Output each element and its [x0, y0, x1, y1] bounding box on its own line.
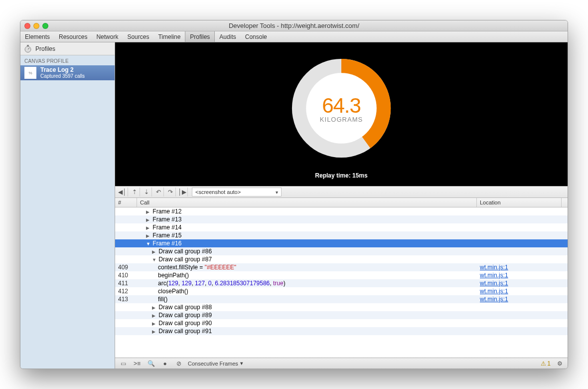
table-row[interactable]: ▶ Draw call group #88 — [115, 303, 568, 311]
weight-gauge: 64.3 KILOGRAMS — [283, 49, 400, 167]
tab-console[interactable]: Console — [241, 31, 272, 42]
tab-audits[interactable]: Audits — [215, 31, 240, 42]
devtools-window: Developer Tools - http://weight.aerotwis… — [20, 20, 568, 369]
table-row[interactable]: ▶ Frame #12 — [115, 207, 568, 215]
source-link[interactable]: wt.min.js:1 — [480, 272, 508, 279]
settings-button[interactable]: ⚙ — [555, 360, 565, 367]
profile-icon: % — [24, 67, 36, 79]
table-row[interactable]: 409context.fillStyle = "#EEEEEE"wt.min.j… — [115, 263, 568, 271]
clear-button[interactable]: ⊘ — [174, 360, 184, 367]
sidebar-item-title: Trace Log 2 — [40, 67, 85, 73]
table-row[interactable]: ▶ Draw call group #91 — [115, 327, 568, 335]
replay-time: Replay time: 15ms — [315, 172, 367, 179]
step-out-button[interactable]: ⇡ — [129, 188, 140, 196]
col-location: Location — [477, 198, 562, 207]
sidebar-title: Profiles — [35, 45, 55, 52]
trace-log-table[interactable]: # Call Location ▶ Frame #12▶ Frame #13▶ … — [115, 198, 568, 358]
table-row[interactable]: 411arc(129, 129, 127, 0, 6.2831853071795… — [115, 279, 568, 287]
window-minimize-button[interactable] — [33, 23, 39, 29]
table-row[interactable]: ▼ Frame #16 — [115, 239, 568, 247]
svg-rect-1 — [27, 45, 29, 46]
tab-elements[interactable]: Elements — [20, 31, 54, 42]
table-row[interactable]: ▶ Draw call group #90 — [115, 319, 568, 327]
table-row[interactable]: 413fill()wt.min.js:1 — [115, 295, 568, 303]
panel-tabs: ElementsResourcesNetworkSourcesTimelineP… — [20, 31, 568, 42]
tab-profiles[interactable]: Profiles — [185, 31, 215, 42]
warning-icon: ⚠ — [541, 360, 546, 367]
sidebar-item-subtitle: Captured 3597 calls — [40, 73, 85, 79]
window-title: Developer Tools - http://weight.aerotwis… — [20, 22, 568, 29]
screenshot-mode-select[interactable]: <screenshot auto> — [192, 188, 282, 196]
table-row[interactable]: ▶ Draw call group #86 — [115, 247, 568, 255]
gauge-unit: KILOGRAMS — [320, 116, 363, 123]
col-number: # — [115, 198, 137, 207]
record-button[interactable]: ● — [160, 360, 170, 367]
sidebar-section-label: CANVAS PROFILE — [20, 55, 115, 65]
source-link[interactable]: wt.min.js:1 — [480, 296, 508, 303]
search-button[interactable]: 🔍 — [146, 360, 156, 367]
undo-button[interactable]: ↶ — [153, 188, 164, 196]
warning-count[interactable]: ⚠1 — [541, 360, 551, 367]
tab-network[interactable]: Network — [92, 31, 123, 42]
stopwatch-icon — [23, 44, 32, 53]
source-link[interactable]: wt.min.js:1 — [480, 288, 508, 295]
col-call: Call — [137, 198, 477, 207]
table-header: # Call Location — [115, 198, 568, 207]
source-link[interactable]: wt.min.js:1 — [480, 264, 508, 271]
console-toggle-button[interactable]: >≡ — [132, 360, 142, 367]
window-zoom-button[interactable] — [42, 23, 48, 29]
table-row[interactable]: 412closePath()wt.min.js:1 — [115, 287, 568, 295]
sidebar-item-trace-log[interactable]: % Trace Log 2 Captured 3597 calls — [20, 65, 115, 80]
tab-sources[interactable]: Sources — [123, 31, 153, 42]
gear-icon: ⚙ — [557, 360, 563, 367]
titlebar[interactable]: Developer Tools - http://weight.aerotwis… — [20, 20, 568, 31]
redo-button[interactable]: ↷ — [165, 188, 176, 196]
table-row[interactable]: ▶ Frame #14 — [115, 223, 568, 231]
profiles-sidebar: Profiles CANVAS PROFILE % Trace Log 2 Ca… — [20, 42, 115, 369]
source-link[interactable]: wt.min.js:1 — [480, 280, 508, 287]
table-row[interactable]: ▶ Frame #15 — [115, 231, 568, 239]
canvas-preview: 64.3 KILOGRAMS Replay time: 15ms — [115, 42, 568, 186]
window-close-button[interactable] — [24, 23, 30, 29]
tab-timeline[interactable]: Timeline — [153, 31, 185, 42]
capture-mode-select[interactable]: Consecutive Frames▾ — [188, 360, 243, 367]
step-forward-button[interactable]: │▶ — [177, 188, 188, 196]
table-row[interactable]: ▶ Draw call group #89 — [115, 311, 568, 319]
table-row[interactable]: ▶ Frame #13 — [115, 215, 568, 223]
dock-button[interactable]: ▭ — [118, 360, 128, 367]
step-in-button[interactable]: ⇣ — [141, 188, 152, 196]
table-row[interactable]: ▼ Draw call group #87 — [115, 255, 568, 263]
replay-controls: ◀│ ⇡ ⇣ ↶ ↷ │▶ <screenshot auto> — [115, 186, 568, 198]
tab-resources[interactable]: Resources — [54, 31, 92, 42]
table-row[interactable]: 410beginPath()wt.min.js:1 — [115, 271, 568, 279]
step-back-button[interactable]: ◀│ — [117, 188, 128, 196]
status-bar: ▭ >≡ 🔍 ● ⊘ Consecutive Frames▾ ⚠1 ⚙ — [115, 358, 568, 369]
sidebar-header: Profiles — [20, 42, 115, 55]
gauge-value: 64.3 — [322, 94, 361, 118]
